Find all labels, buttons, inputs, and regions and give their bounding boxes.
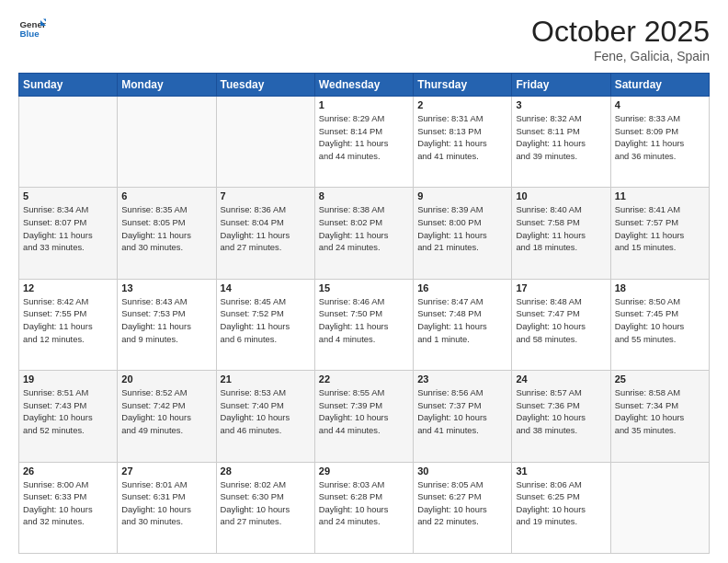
day-number: 19 <box>23 373 113 385</box>
calendar-table: SundayMondayTuesdayWednesdayThursdayFrid… <box>18 73 710 554</box>
day-number: 25 <box>615 373 705 385</box>
col-header-saturday: Saturday <box>610 74 709 97</box>
calendar-cell: 6Sunrise: 8:35 AMSunset: 8:05 PMDaylight… <box>118 188 216 279</box>
day-number: 22 <box>319 373 409 385</box>
calendar-cell: 26Sunrise: 8:00 AMSunset: 6:33 PMDayligh… <box>19 462 118 553</box>
calendar-cell: 1Sunrise: 8:29 AMSunset: 8:14 PMDaylight… <box>314 97 413 188</box>
day-number: 31 <box>516 465 606 477</box>
calendar-cell: 25Sunrise: 8:58 AMSunset: 7:34 PMDayligh… <box>610 371 709 462</box>
day-info: Sunrise: 8:38 AMSunset: 8:02 PMDaylight:… <box>319 203 409 254</box>
col-header-wednesday: Wednesday <box>314 74 413 97</box>
day-number: 12 <box>23 282 113 293</box>
page: General Blue October 2025 Fene, Galicia,… <box>0 0 728 563</box>
day-info: Sunrise: 8:46 AMSunset: 7:50 PMDaylight:… <box>319 295 409 346</box>
day-number: 9 <box>417 190 507 201</box>
calendar-cell: 28Sunrise: 8:02 AMSunset: 6:30 PMDayligh… <box>216 462 314 553</box>
calendar-cell: 27Sunrise: 8:01 AMSunset: 6:31 PMDayligh… <box>118 462 216 553</box>
day-info: Sunrise: 8:55 AMSunset: 7:39 PMDaylight:… <box>319 386 409 437</box>
location-title: Fene, Galicia, Spain <box>531 49 710 63</box>
logo: General Blue <box>18 15 46 42</box>
day-info: Sunrise: 8:57 AMSunset: 7:36 PMDaylight:… <box>516 386 606 437</box>
calendar-cell: 2Sunrise: 8:31 AMSunset: 8:13 PMDaylight… <box>414 97 512 188</box>
calendar-cell: 31Sunrise: 8:06 AMSunset: 6:25 PMDayligh… <box>512 462 610 553</box>
day-number: 8 <box>319 190 409 201</box>
day-number: 10 <box>516 190 606 201</box>
day-info: Sunrise: 8:31 AMSunset: 8:13 PMDaylight:… <box>417 112 507 163</box>
day-number: 16 <box>417 282 507 293</box>
day-info: Sunrise: 8:40 AMSunset: 7:58 PMDaylight:… <box>516 203 606 254</box>
day-info: Sunrise: 8:53 AMSunset: 7:40 PMDaylight:… <box>221 386 311 437</box>
day-info: Sunrise: 8:03 AMSunset: 6:28 PMDaylight:… <box>319 478 409 529</box>
day-info: Sunrise: 8:52 AMSunset: 7:42 PMDaylight:… <box>121 386 211 437</box>
day-info: Sunrise: 8:33 AMSunset: 8:09 PMDaylight:… <box>615 112 705 163</box>
header: General Blue October 2025 Fene, Galicia,… <box>18 15 710 63</box>
calendar-cell: 30Sunrise: 8:05 AMSunset: 6:27 PMDayligh… <box>414 462 512 553</box>
calendar-cell: 14Sunrise: 8:45 AMSunset: 7:52 PMDayligh… <box>216 279 314 370</box>
calendar-cell <box>19 97 118 188</box>
calendar-cell: 4Sunrise: 8:33 AMSunset: 8:09 PMDaylight… <box>610 97 709 188</box>
day-info: Sunrise: 8:29 AMSunset: 8:14 PMDaylight:… <box>319 112 409 163</box>
day-number: 24 <box>516 373 606 385</box>
day-info: Sunrise: 8:42 AMSunset: 7:55 PMDaylight:… <box>23 295 113 346</box>
day-info: Sunrise: 8:02 AMSunset: 6:30 PMDaylight:… <box>221 478 311 529</box>
calendar-cell: 29Sunrise: 8:03 AMSunset: 6:28 PMDayligh… <box>314 462 413 553</box>
title-block: October 2025 Fene, Galicia, Spain <box>531 15 710 63</box>
day-info: Sunrise: 8:34 AMSunset: 8:07 PMDaylight:… <box>23 203 113 254</box>
day-number: 29 <box>319 465 409 477</box>
day-number: 3 <box>516 99 606 110</box>
calendar-cell: 5Sunrise: 8:34 AMSunset: 8:07 PMDaylight… <box>19 188 118 279</box>
day-info: Sunrise: 8:50 AMSunset: 7:45 PMDaylight:… <box>615 295 705 346</box>
day-number: 27 <box>121 465 211 477</box>
calendar-cell: 22Sunrise: 8:55 AMSunset: 7:39 PMDayligh… <box>314 371 413 462</box>
calendar-cell: 19Sunrise: 8:51 AMSunset: 7:43 PMDayligh… <box>19 371 118 462</box>
day-info: Sunrise: 8:32 AMSunset: 8:11 PMDaylight:… <box>516 112 606 163</box>
day-info: Sunrise: 8:45 AMSunset: 7:52 PMDaylight:… <box>221 295 311 346</box>
day-number: 17 <box>516 282 606 293</box>
day-number: 23 <box>417 373 507 385</box>
day-info: Sunrise: 8:06 AMSunset: 6:25 PMDaylight:… <box>516 478 606 529</box>
day-number: 5 <box>23 190 113 201</box>
calendar-cell: 10Sunrise: 8:40 AMSunset: 7:58 PMDayligh… <box>512 188 610 279</box>
calendar-cell: 17Sunrise: 8:48 AMSunset: 7:47 PMDayligh… <box>512 279 610 370</box>
day-number: 7 <box>221 190 311 201</box>
calendar-cell: 23Sunrise: 8:56 AMSunset: 7:37 PMDayligh… <box>414 371 512 462</box>
calendar-cell: 20Sunrise: 8:52 AMSunset: 7:42 PMDayligh… <box>118 371 216 462</box>
day-info: Sunrise: 8:47 AMSunset: 7:48 PMDaylight:… <box>417 295 507 346</box>
day-number: 1 <box>319 99 409 110</box>
day-info: Sunrise: 8:41 AMSunset: 7:57 PMDaylight:… <box>615 203 705 254</box>
day-number: 2 <box>417 99 507 110</box>
day-number: 11 <box>615 190 705 201</box>
day-number: 18 <box>615 282 705 293</box>
day-number: 4 <box>615 99 705 110</box>
calendar-cell: 3Sunrise: 8:32 AMSunset: 8:11 PMDaylight… <box>512 97 610 188</box>
calendar-cell: 24Sunrise: 8:57 AMSunset: 7:36 PMDayligh… <box>512 371 610 462</box>
col-header-tuesday: Tuesday <box>216 74 314 97</box>
day-number: 26 <box>23 465 113 477</box>
calendar-cell: 21Sunrise: 8:53 AMSunset: 7:40 PMDayligh… <box>216 371 314 462</box>
day-number: 21 <box>221 373 311 385</box>
month-title: October 2025 <box>531 15 710 49</box>
calendar-cell: 18Sunrise: 8:50 AMSunset: 7:45 PMDayligh… <box>610 279 709 370</box>
calendar-cell: 15Sunrise: 8:46 AMSunset: 7:50 PMDayligh… <box>314 279 413 370</box>
col-header-sunday: Sunday <box>19 74 118 97</box>
day-info: Sunrise: 8:00 AMSunset: 6:33 PMDaylight:… <box>23 478 113 529</box>
calendar-cell: 7Sunrise: 8:36 AMSunset: 8:04 PMDaylight… <box>216 188 314 279</box>
day-number: 13 <box>121 282 211 293</box>
day-number: 15 <box>319 282 409 293</box>
day-info: Sunrise: 8:51 AMSunset: 7:43 PMDaylight:… <box>23 386 113 437</box>
day-number: 14 <box>221 282 311 293</box>
calendar-cell <box>118 97 216 188</box>
calendar-cell: 8Sunrise: 8:38 AMSunset: 8:02 PMDaylight… <box>314 188 413 279</box>
day-number: 28 <box>221 465 311 477</box>
svg-text:Blue: Blue <box>20 29 40 39</box>
day-info: Sunrise: 8:35 AMSunset: 8:05 PMDaylight:… <box>121 203 211 254</box>
calendar-cell <box>610 462 709 553</box>
day-info: Sunrise: 8:56 AMSunset: 7:37 PMDaylight:… <box>417 386 507 437</box>
day-number: 20 <box>121 373 211 385</box>
col-header-friday: Friday <box>512 74 610 97</box>
logo-icon: General Blue <box>18 15 46 42</box>
day-info: Sunrise: 8:01 AMSunset: 6:31 PMDaylight:… <box>121 478 211 529</box>
day-info: Sunrise: 8:39 AMSunset: 8:00 PMDaylight:… <box>417 203 507 254</box>
calendar-cell: 13Sunrise: 8:43 AMSunset: 7:53 PMDayligh… <box>118 279 216 370</box>
calendar-cell: 11Sunrise: 8:41 AMSunset: 7:57 PMDayligh… <box>610 188 709 279</box>
